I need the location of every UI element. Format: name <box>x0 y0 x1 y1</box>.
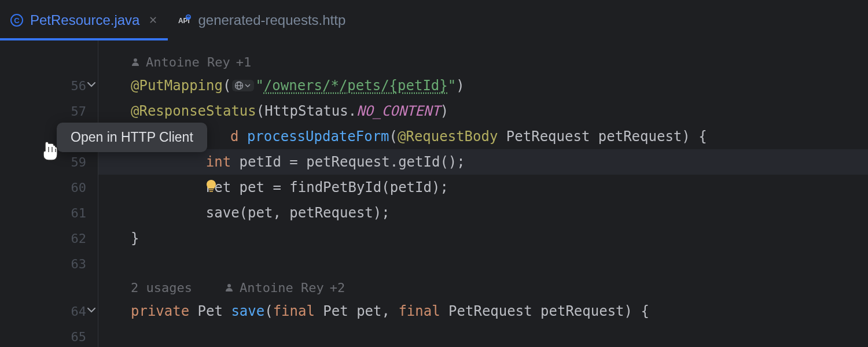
author-hint[interactable]: Antoine Rey +1 <box>98 51 868 73</box>
fold-icon[interactable] <box>87 305 96 317</box>
person-icon <box>131 57 140 67</box>
tab-label: PetResource.java <box>30 12 139 28</box>
close-icon[interactable]: ✕ <box>146 14 157 27</box>
code-line: int petId = petRequest.getId(); <box>98 149 868 175</box>
gutter-line[interactable]: 63 <box>0 251 98 276</box>
person-icon <box>225 283 234 292</box>
tab-petresource[interactable]: C PetResource.java ✕ <box>0 0 168 40</box>
code-line: } <box>98 226 868 251</box>
fold-icon[interactable] <box>87 80 96 91</box>
tooltip-open-http-client: Open in HTTP Client <box>57 123 207 152</box>
gutter: 56 57 58 59 60 61 62 63 64 65 <box>0 40 98 347</box>
code-area[interactable]: Antoine Rey +1 @PutMapping("/owners/*/pe… <box>98 40 868 347</box>
svg-text:C: C <box>14 16 20 25</box>
pointer-cursor-icon <box>41 141 61 166</box>
gutter-line[interactable]: 64 <box>0 298 98 324</box>
code-line: save(pet, petRequest); <box>98 200 868 226</box>
gutter-line[interactable]: 61 <box>0 200 98 226</box>
class-icon: C <box>10 14 23 27</box>
api-icon: API <box>178 14 191 27</box>
editor-tabs: C PetResource.java ✕ API generated-reque… <box>0 0 868 40</box>
gutter-line[interactable]: 57 <box>0 98 98 124</box>
usages-hint[interactable]: 2 usages Antoine Rey +2 <box>98 276 868 298</box>
code-line <box>98 251 868 276</box>
author-name: Antoine Rey <box>240 280 324 295</box>
chevron-down-icon <box>245 83 251 88</box>
svg-rect-5 <box>209 189 214 190</box>
gutter-line[interactable]: 65 <box>0 324 98 347</box>
code-line: @ResponseStatus(HttpStatus.NO_CONTENT) <box>98 98 868 124</box>
svg-point-11 <box>227 284 231 287</box>
svg-point-4 <box>188 16 189 17</box>
code-line: d processUpdateForm(@RequestBody PetRequ… <box>98 124 868 149</box>
svg-point-7 <box>134 58 137 62</box>
tab-generated-requests[interactable]: API generated-requests.http <box>168 0 356 40</box>
gutter-line[interactable]: 60 <box>0 175 98 200</box>
author-more: +2 <box>330 280 345 295</box>
code-line: private Pet save(final Pet pet, final Pe… <box>98 298 868 324</box>
bulb-icon[interactable] <box>205 179 217 195</box>
gutter-line[interactable]: 62 <box>0 226 98 251</box>
code-line: @PutMapping("/owners/*/pets/{petId}") <box>98 73 868 98</box>
tab-label: generated-requests.http <box>198 12 345 28</box>
usages-count: 2 usages <box>131 280 192 295</box>
author-more: +1 <box>236 55 252 69</box>
gutter-line[interactable]: 56 <box>0 73 98 98</box>
author-name: Antoine Rey <box>146 55 230 69</box>
globe-icon[interactable] <box>232 80 254 91</box>
code-editor: 56 57 58 59 60 61 62 63 64 65 Antoine Re… <box>0 40 868 347</box>
svg-rect-6 <box>209 191 213 192</box>
